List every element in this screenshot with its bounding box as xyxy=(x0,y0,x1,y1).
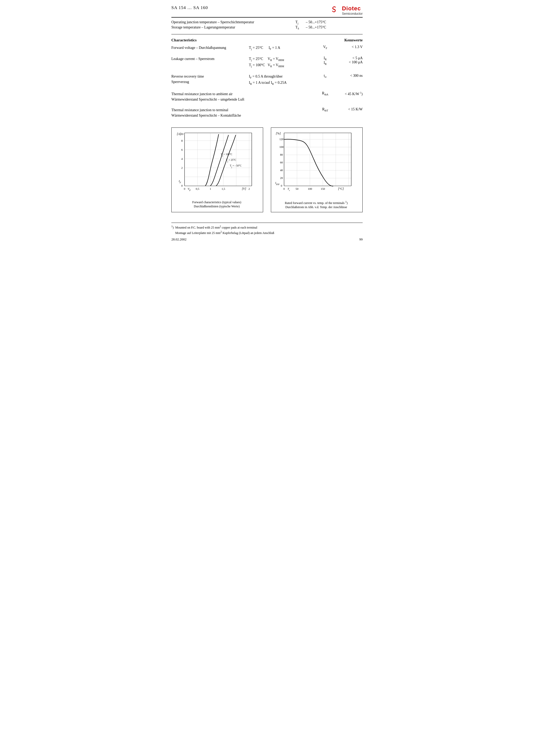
leakage-cond: Tj = 25°C VR = VRRM Tj = 100°C VR = VRRM xyxy=(249,56,316,68)
temp-specs-section: Operating junction temperature – Sperrsc… xyxy=(172,20,362,30)
svg-text:6: 6 xyxy=(181,148,183,151)
thermal-ambient-value: < 45 K/W 1) xyxy=(334,91,362,96)
svg-text:1,5: 1,5 xyxy=(222,187,225,190)
thermal-ambient-symbol: RthA xyxy=(316,91,334,96)
kennwerte-label: Kennwerte xyxy=(344,38,362,42)
document-title: SA 154 … SA 160 xyxy=(172,5,208,10)
temp-junction-value: – 50...+175°C xyxy=(306,20,326,24)
svg-text:IF: IF xyxy=(178,179,181,184)
forward-voltage-desc: Forward voltage – Durchlaßspannung xyxy=(172,45,249,50)
chart-rated-forward: [%] 120 100 80 60 40 20 IFAV 0 0 Tr 50 1… xyxy=(271,127,362,212)
forward-voltage-symbol: VF xyxy=(316,45,334,50)
svg-text:IFAV: IFAV xyxy=(275,181,280,186)
forward-voltage-value: < 1.3 V xyxy=(334,45,362,49)
svg-text:8: 8 xyxy=(181,139,183,142)
svg-text:80: 80 xyxy=(280,153,283,156)
chart1-svg: 10 [A] 8 6 4 2 IF 0 0 VF 0,5 1 1,5 [V] 2… xyxy=(174,130,257,198)
logo-text: Diotec Semiconductor xyxy=(342,5,362,15)
page-number: 99 xyxy=(359,237,362,241)
char-row-leakage: Leakage current – Sperrstrom Tj = 25°C V… xyxy=(172,56,362,70)
svg-text:4: 4 xyxy=(181,157,183,160)
diotec-logo-icon xyxy=(331,6,340,15)
chart1-caption-de: Durchlaßkennlinien (typische Werte) xyxy=(174,204,259,209)
svg-text:2: 2 xyxy=(181,166,183,169)
temp-junction-label: Operating junction temperature – Sperrsc… xyxy=(172,20,295,24)
chart1-caption: Forward characteristics (typical values)… xyxy=(174,200,259,209)
svg-text:Tj = - 50°C: Tj = - 50°C xyxy=(230,164,242,168)
svg-text:150: 150 xyxy=(321,187,325,190)
recovery-symbol: trr xyxy=(316,74,334,78)
svg-text:0: 0 xyxy=(181,184,183,187)
footnote: 1) Mounted on P.C. board with 25 mm2 cop… xyxy=(172,225,362,235)
leakage-symbol: IR IR xyxy=(316,56,334,66)
page-footer-section: 1) Mounted on P.C. board with 25 mm2 cop… xyxy=(172,223,362,241)
svg-text:Tj = 25°C: Tj = 25°C xyxy=(226,158,236,163)
chart2-caption-de: Durchlaßstrom in Abh. v.d. Temp. der Ans… xyxy=(274,205,359,209)
svg-text:50: 50 xyxy=(296,187,299,190)
leakage-value: < 5 μA < 100 μA xyxy=(334,56,362,65)
temp-row-junction: Operating junction temperature – Sperrsc… xyxy=(172,20,362,25)
svg-text:0: 0 xyxy=(184,187,185,190)
svg-text:VF: VF xyxy=(188,187,191,192)
svg-text:100: 100 xyxy=(308,187,312,190)
chart2-caption-en: Rated forward current vs. temp. of the t… xyxy=(274,200,359,205)
thermal-terminal-symbol: RthT xyxy=(316,107,334,112)
thermal-terminal-value: < 15 K/W xyxy=(334,107,362,111)
forward-voltage-cond: Tj = 25°C IF = 1 A xyxy=(249,45,316,51)
thermal-ambient-desc: Thermal resistance junction to ambient a… xyxy=(172,91,249,102)
svg-text:[A]: [A] xyxy=(177,132,181,136)
svg-text:100: 100 xyxy=(280,145,284,148)
document-date: 28.02.2002 xyxy=(172,237,187,241)
char-row-recovery: Reverse recovery time Sperrverzug IF = 0… xyxy=(172,74,362,88)
svg-text:1: 1 xyxy=(210,187,211,190)
svg-text:0: 0 xyxy=(281,184,282,187)
characteristics-header: Characteristics Kennwerte xyxy=(172,38,362,42)
svg-text:2: 2 xyxy=(248,187,250,190)
svg-text:60: 60 xyxy=(280,161,283,164)
char-row-forward-voltage: Forward voltage – Durchlaßspannung Tj = … xyxy=(172,45,362,53)
svg-text:[°C]: [°C] xyxy=(338,187,344,191)
chart-forward-characteristics: 10 [A] 8 6 4 2 IF 0 0 VF 0,5 1 1,5 [V] 2… xyxy=(172,127,263,212)
svg-text:Tr: Tr xyxy=(287,187,290,192)
svg-text:[V]: [V] xyxy=(242,187,246,191)
svg-text:0,5: 0,5 xyxy=(196,187,199,190)
recovery-value: < 300 ns xyxy=(334,74,362,78)
svg-text:20: 20 xyxy=(280,176,283,179)
temp-junction-symbol: Tj xyxy=(295,20,306,25)
logo-area: Diotec Semiconductor xyxy=(331,5,362,15)
temp-storage-label: Storage temperature – Lagerungstemperatu… xyxy=(172,25,295,30)
recovery-cond: IF = 0.5 A through/über IR = 1 A to/auf … xyxy=(249,74,316,86)
temp-storage-symbol: TS xyxy=(295,25,306,30)
svg-text:120: 120 xyxy=(280,138,284,141)
temp-row-storage: Storage temperature – Lagerungstemperatu… xyxy=(172,25,362,30)
temp-storage-value: – 50...+175°C xyxy=(306,25,326,30)
logo-subtitle: Semiconductor xyxy=(342,12,362,15)
characteristics-label: Characteristics xyxy=(172,38,197,42)
page-header: SA 154 … SA 160 Diotec Semiconductor xyxy=(172,5,362,17)
char-row-thermal-ambient: Thermal resistance junction to ambient a… xyxy=(172,91,362,104)
thermal-terminal-desc: Thermal resistance junction to terminal … xyxy=(172,107,249,118)
logo-brand: Diotec xyxy=(342,5,362,12)
leakage-desc: Leakage current – Sperrstrom xyxy=(172,56,249,62)
chart2-svg: [%] 120 100 80 60 40 20 IFAV 0 0 Tr 50 1… xyxy=(274,130,357,198)
chart1-caption-en: Forward characteristics (typical values) xyxy=(174,200,259,204)
svg-text:0: 0 xyxy=(283,187,285,190)
svg-text:40: 40 xyxy=(280,169,283,172)
svg-text:[%]: [%] xyxy=(276,132,281,135)
charts-section: 10 [A] 8 6 4 2 IF 0 0 VF 0,5 1 1,5 [V] 2… xyxy=(172,127,362,212)
recovery-desc: Reverse recovery time Sperrverzug xyxy=(172,74,249,85)
char-row-thermal-terminal: Thermal resistance junction to terminal … xyxy=(172,107,362,120)
chart2-caption: Rated forward current vs. temp. of the t… xyxy=(274,200,359,210)
page-footer-bar: 28.02.2002 99 xyxy=(172,237,362,241)
